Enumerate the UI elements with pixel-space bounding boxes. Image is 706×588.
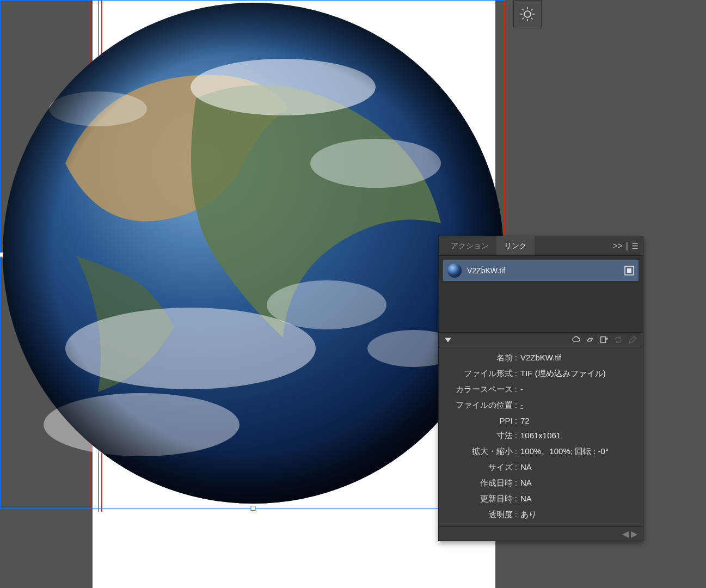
label-dimensions: 寸法 : xyxy=(446,431,517,441)
panel-collapse-icon[interactable]: >> xyxy=(612,241,623,251)
value-ppi: 72 xyxy=(520,416,530,425)
embedded-icon xyxy=(624,266,634,275)
svg-rect-19 xyxy=(627,268,631,273)
label-format: ファイル形式 : xyxy=(446,369,517,379)
panel-toolbar xyxy=(439,332,643,347)
label-name: 名前 : xyxy=(446,353,517,363)
links-list[interactable]: V2ZbKW.tif xyxy=(439,256,643,332)
value-location[interactable]: - xyxy=(520,400,523,411)
tab-links[interactable]: リンク xyxy=(496,236,535,255)
links-panel: アクション リンク >> | ≣ V2ZbKW.tif xyxy=(438,236,643,541)
relink-icon[interactable] xyxy=(585,335,595,345)
svg-rect-21 xyxy=(601,337,606,343)
goto-link-icon[interactable] xyxy=(599,335,609,345)
label-size: サイズ : xyxy=(446,462,517,473)
edit-original-icon[interactable] xyxy=(628,335,637,345)
label-colorspace: カラースペース : xyxy=(446,384,517,395)
appearance-dock-button[interactable] xyxy=(513,0,542,28)
label-scale: 拡大・縮小 : xyxy=(446,446,517,457)
svg-line-17 xyxy=(523,18,524,19)
label-created: 作成日時 : xyxy=(446,478,517,488)
svg-point-9 xyxy=(524,11,531,17)
link-thumbnail-icon xyxy=(447,264,462,278)
panel-footer: ◀ ▶ xyxy=(439,526,643,541)
svg-line-14 xyxy=(523,9,524,10)
tab-actions[interactable]: アクション xyxy=(443,236,496,255)
value-modified: NA xyxy=(520,494,532,504)
value-scale: 100%、100%; 回転 : -0° xyxy=(520,446,609,457)
value-transparency: あり xyxy=(520,510,537,520)
update-link-icon[interactable] xyxy=(613,335,623,345)
value-name: V2ZbKW.tif xyxy=(520,353,561,363)
link-details: 名前 :V2ZbKW.tif ファイル形式 :TIF (埋め込みファイル) カラ… xyxy=(439,347,643,526)
sun-icon xyxy=(520,7,535,22)
relink-cloud-icon[interactable] xyxy=(571,335,581,345)
link-item[interactable]: V2ZbKW.tif xyxy=(443,260,639,281)
label-location: ファイルの位置 : xyxy=(446,400,517,411)
next-link-button[interactable]: ▶ xyxy=(631,529,637,539)
vertical-divider-icon: | xyxy=(626,241,628,251)
prev-link-button[interactable]: ◀ xyxy=(622,529,629,539)
disclosure-triangle-icon[interactable] xyxy=(444,336,452,344)
label-ppi: PPI : xyxy=(446,416,517,425)
label-transparency: 透明度 : xyxy=(446,510,517,520)
value-colorspace: - xyxy=(520,384,523,395)
value-size: NA xyxy=(520,462,532,473)
value-created: NA xyxy=(520,478,532,488)
svg-line-15 xyxy=(531,18,532,19)
label-modified: 更新日時 : xyxy=(446,494,517,504)
value-format: TIF (埋め込みファイル) xyxy=(520,369,606,379)
svg-point-8 xyxy=(3,3,504,504)
panel-tab-bar: アクション リンク >> | ≣ xyxy=(439,236,643,256)
svg-line-16 xyxy=(531,9,532,10)
panel-menu-icon[interactable]: ≣ xyxy=(631,241,639,251)
placed-image-earth[interactable] xyxy=(0,0,506,506)
value-dimensions: 1061x1061 xyxy=(520,431,561,441)
link-filename: V2ZbKW.tif xyxy=(467,266,505,275)
svg-marker-20 xyxy=(445,338,451,342)
